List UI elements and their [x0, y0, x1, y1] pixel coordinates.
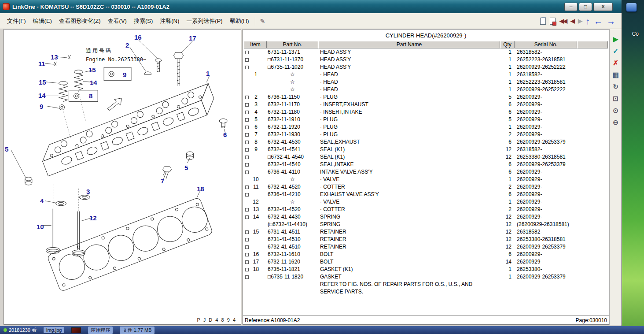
table-row[interactable]: 12☆· VALVE126200929- — [244, 198, 608, 206]
page-copy-icon[interactable] — [550, 18, 556, 25]
row-checkbox[interactable] — [245, 111, 249, 114]
table-row[interactable]: 46732-11-1180· INSERT,INTAKE626200929- — [244, 108, 608, 116]
callout-17[interactable]: 17 — [189, 35, 196, 41]
table-row[interactable]: 6731-11-1371HEAD ASS'Y126318582- — [244, 48, 608, 56]
parts-list-icon[interactable]: ▦ — [611, 70, 621, 80]
table-row[interactable]: 136732-41-4520· COTTER226200929- — [244, 206, 608, 213]
row-checkbox[interactable] — [245, 208, 249, 212]
table-row[interactable]: 116732-41-4520· COTTER226200929- — [244, 183, 608, 191]
table-row[interactable]: 56732-11-1910· PLUG526200929- — [244, 116, 608, 123]
callout-14[interactable]: 14 — [38, 92, 46, 99]
cancel-icon[interactable]: ✗ — [611, 58, 621, 68]
row-checkbox[interactable] — [245, 51, 249, 54]
folder-item[interactable]: 20181230 看 — [4, 327, 37, 334]
row-checkbox[interactable] — [245, 238, 249, 241]
size-item[interactable]: 文件 1.77 MB — [120, 327, 154, 334]
minimize-button[interactable]: – — [564, 3, 578, 11]
desktop-shortcut-icon[interactable] — [626, 3, 637, 12]
callout-9[interactable]: 9 — [40, 103, 43, 110]
table-row[interactable]: 146732-41-4430SPRING1226200929- — [244, 213, 608, 221]
row-checkbox[interactable] — [245, 193, 249, 197]
menu-item-notes[interactable]: 注释(N) — [156, 15, 183, 27]
row-checkbox[interactable] — [245, 186, 249, 189]
callout-7[interactable]: 7 — [161, 178, 164, 184]
row-checkbox[interactable] — [245, 58, 249, 62]
table-row[interactable]: 36732-11-1170· INSERT,EXHAUST626200929- — [244, 101, 608, 108]
annotate-tool-icon[interactable]: ✎ — [258, 17, 268, 26]
column-header-qty[interactable]: Qty — [500, 41, 515, 48]
callout-11[interactable]: 11 — [38, 60, 45, 67]
column-header-partname[interactable]: Part Name — [318, 41, 500, 48]
row-checkbox[interactable] — [245, 148, 249, 152]
column-header-item[interactable]: Item — [244, 41, 267, 48]
nav-first-icon[interactable]: ◀◀ — [559, 18, 567, 24]
menu-item-search[interactable]: 搜索(S) — [130, 15, 156, 27]
row-checkbox[interactable] — [245, 103, 249, 107]
taskbar[interactable]: 20181230 看img.jpg应用程序文件 1.77 MB — [0, 326, 644, 334]
nav-next-icon[interactable]: ▶ — [578, 18, 581, 24]
callout-13[interactable]: 13 — [51, 54, 58, 60]
callout-8[interactable]: 8 — [89, 93, 92, 99]
table-row[interactable]: ☆· HEAD126252223-26318581 — [244, 78, 608, 86]
row-checkbox[interactable] — [245, 96, 249, 99]
go-up-icon[interactable]: ↑ — [585, 17, 590, 26]
callout-10[interactable]: 10 — [37, 223, 44, 230]
callout-5[interactable]: 5 — [5, 146, 8, 152]
table-row[interactable]: 6731-41-4510RETAINER1226253380-26318581 — [244, 236, 608, 243]
page-view-icon[interactable] — [540, 18, 546, 25]
callout-15[interactable]: 15 — [88, 67, 96, 73]
table-row[interactable]: 176732-11-1620BOLT1426200929- — [244, 258, 608, 266]
table-row[interactable]: 6736-41-4210EXHAUST VALVE ASS'Y626200929… — [244, 191, 608, 198]
table-row[interactable]: □6735-11-1020HEAD ASS'Y126200929-2625222… — [244, 63, 608, 71]
menu-item-file[interactable]: 文件(F) — [4, 15, 29, 27]
callout-12[interactable]: 12 — [89, 215, 97, 221]
row-checkbox[interactable] — [245, 230, 249, 234]
callout-18[interactable]: 18 — [197, 186, 204, 192]
table-row[interactable]: 96732-41-4541SEAL (K1)1226318582- — [244, 146, 608, 153]
diagram-pane[interactable]: 161721311159141514891655734121018 通用号码 E… — [4, 29, 241, 325]
maximize-button[interactable]: □ — [579, 3, 592, 11]
table-row[interactable]: 26736-11-1150· PLUG526200929- — [244, 93, 608, 101]
table-row[interactable]: 156731-41-4511RETAINER1226318582- — [244, 228, 608, 236]
menu-item-view[interactable]: 查看(V) — [104, 15, 130, 27]
callout-16[interactable]: 16 — [134, 34, 142, 41]
locate-icon[interactable]: ⊙ — [611, 106, 621, 115]
table-row[interactable]: 10☆· VALVE126200929- — [244, 176, 608, 183]
table-row[interactable]: 6732-41-4540SEAL,INTAKE626200929-2625337… — [244, 161, 608, 168]
app-item[interactable]: 应用程序 — [88, 327, 113, 334]
row-checkbox[interactable] — [245, 260, 249, 264]
callout-14[interactable]: 14 — [90, 79, 97, 86]
callout-15[interactable]: 15 — [39, 79, 46, 85]
table-row[interactable]: 6732-41-4510RETAINER1226200929-26253379 — [244, 243, 608, 251]
row-checkbox[interactable] — [245, 156, 249, 159]
row-checkbox[interactable] — [245, 253, 249, 256]
row-checkbox[interactable] — [245, 66, 249, 69]
table-row[interactable]: □6732-41-4540SEAL (K1)1226253380-2631858… — [244, 153, 608, 161]
row-checkbox[interactable] — [245, 163, 249, 167]
menu-item-options[interactable]: 一系列选件(P) — [183, 15, 226, 27]
callout-1[interactable]: 1 — [206, 70, 210, 77]
refresh-icon[interactable]: ↻ — [611, 82, 621, 92]
menu-item-help[interactable]: 帮助(H) — [226, 15, 253, 27]
menu-item-graphic-change[interactable]: 查看图形变化(Z) — [55, 15, 104, 27]
row-checkbox[interactable] — [245, 215, 249, 219]
table-row[interactable]: ☆· HEAD126200929-26252222 — [244, 86, 608, 93]
row-checkbox[interactable] — [245, 141, 249, 144]
zoom-out-icon[interactable]: ⊖ — [611, 118, 621, 127]
nav-prev-icon[interactable]: ◀ — [570, 18, 574, 24]
row-checkbox[interactable] — [245, 245, 249, 249]
callout-4[interactable]: 4 — [40, 197, 44, 204]
menu-item-edit[interactable]: 编辑(E) — [29, 15, 55, 27]
row-checkbox[interactable] — [245, 126, 249, 129]
row-checkbox[interactable] — [245, 133, 249, 137]
table-row[interactable]: REFER TO FIG. NOS. OF REPAIR PARTS FOR O… — [244, 281, 608, 288]
go-forward-icon[interactable]: → — [607, 17, 615, 26]
image-file-item[interactable]: img.jpg — [44, 327, 64, 333]
table-row[interactable]: 76732-11-1930· PLUG226200929- — [244, 131, 608, 138]
go-back-icon[interactable]: ← — [594, 17, 603, 26]
table-row[interactable]: 186735-11-1821GASKET (K1)126253380- — [244, 266, 608, 273]
table-row[interactable]: 6736-41-4110INTAKE VALVE ASS'Y626200929- — [244, 168, 608, 176]
table-row[interactable]: 86732-41-4530SEAL,EXHAUST626200929-26253… — [244, 138, 608, 146]
table-row[interactable]: 166732-11-1610BOLT626200929- — [244, 251, 608, 258]
close-button[interactable]: × — [593, 3, 613, 11]
